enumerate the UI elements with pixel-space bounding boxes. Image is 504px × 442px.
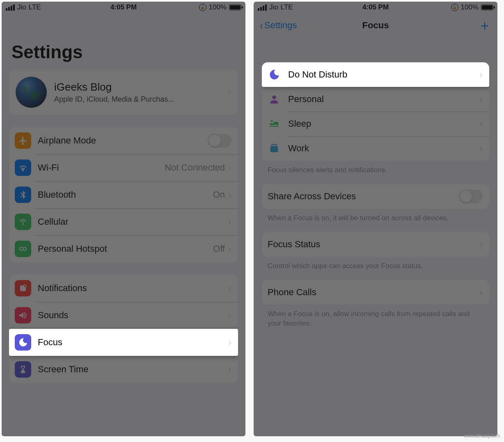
back-label: Settings [264, 20, 297, 31]
add-button[interactable]: ＋ [478, 16, 492, 35]
share-toggle[interactable] [459, 189, 483, 203]
profile-name: iGeeks Blog [54, 81, 228, 93]
phone-calls-row[interactable]: Phone Calls › [262, 280, 489, 305]
chevron-right-icon: › [229, 189, 231, 200]
sounds-label: Sounds [38, 310, 228, 321]
screentime-label: Screen Time [38, 364, 228, 375]
avatar [16, 77, 47, 108]
svg-rect-5 [272, 145, 277, 147]
status-bar: Jio LTE 4:05 PM 100% [254, 2, 497, 13]
hotspot-row[interactable]: Personal Hotspot Off › [9, 235, 238, 262]
hotspot-detail: Off [213, 244, 225, 254]
work-row[interactable]: Work › [262, 136, 489, 161]
modes-footer: Focus silences alerts and notifications. [254, 166, 497, 184]
share-label: Share Across Devices [268, 191, 459, 202]
screentime-row[interactable]: Screen Time › [9, 356, 238, 383]
share-across-devices-row[interactable]: Share Across Devices [262, 184, 489, 209]
chevron-right-icon: › [480, 143, 482, 154]
cellular-label: Cellular [38, 216, 228, 227]
hourglass-icon [15, 361, 31, 378]
bluetooth-icon [15, 187, 31, 203]
chevron-right-icon: › [480, 239, 482, 250]
bluetooth-detail: On [213, 189, 225, 200]
status-bar: Jio LTE 4:05 PM 100% [2, 2, 245, 13]
sounds-icon [15, 307, 31, 324]
chevron-right-icon: › [229, 310, 231, 321]
dnd-label: Do Not Disturb [288, 69, 479, 80]
wifi-icon [15, 159, 31, 176]
chevron-right-icon: › [480, 287, 482, 298]
chevron-right-icon: › [229, 87, 231, 98]
chevron-left-icon: ‹ [260, 18, 263, 32]
focus-status-label: Focus Status [268, 239, 479, 250]
chevron-right-icon: › [229, 283, 231, 294]
chevron-right-icon: › [229, 162, 231, 173]
chevron-right-icon: › [229, 216, 231, 228]
svg-point-3 [24, 285, 26, 287]
person-icon [268, 93, 281, 105]
moon-icon [15, 334, 31, 351]
svg-point-0 [20, 247, 23, 251]
notifications-icon [15, 280, 31, 296]
personal-row[interactable]: Personal › [262, 87, 489, 112]
back-button[interactable]: ‹ Settings [259, 18, 297, 32]
wifi-detail: Not Connected [165, 162, 225, 173]
chevron-right-icon: › [229, 337, 231, 348]
cellular-row[interactable]: Cellular › [9, 208, 238, 235]
work-label: Work [288, 143, 479, 154]
dnd-row[interactable]: Do Not Disturb › [262, 62, 489, 87]
airplane-mode-row[interactable]: Airplane Mode [9, 127, 238, 154]
status-time: 4:05 PM [2, 3, 245, 11]
sleep-label: Sleep [288, 118, 479, 129]
chevron-right-icon: › [229, 364, 231, 375]
orientation-lock-icon [451, 4, 458, 11]
phone-calls-label: Phone Calls [268, 287, 479, 298]
status-footer: Control which apps can access your Focus… [254, 262, 497, 280]
chevron-right-icon: › [480, 93, 482, 105]
focus-status-row[interactable]: Focus Status › [262, 232, 489, 257]
chevron-right-icon: › [480, 118, 482, 130]
profile-sub: Apple ID, iCloud, Media & Purchas... [54, 95, 228, 104]
hotspot-icon [15, 241, 31, 257]
personal-label: Personal [288, 94, 479, 105]
svg-rect-6 [270, 146, 278, 152]
share-footer: When a Focus is on, it will be turned on… [254, 214, 497, 232]
sounds-row[interactable]: Sounds › [9, 302, 238, 329]
sleep-row[interactable]: Sleep › [262, 112, 489, 136]
watermark: www.deuaq.com [464, 433, 500, 439]
focus-screen: Jio LTE 4:05 PM 100% ‹ Settings Focus ＋ … [254, 2, 497, 436]
orientation-lock-icon [199, 4, 206, 11]
notifications-row[interactable]: Notifications › [9, 275, 238, 302]
airplane-mode-toggle[interactable] [208, 134, 231, 148]
moon-icon [268, 69, 281, 80]
navbar: ‹ Settings Focus ＋ [254, 13, 497, 38]
settings-screen: Jio LTE 4:05 PM 100% Settings iGeeks Blo… [2, 2, 245, 436]
bluetooth-label: Bluetooth [38, 189, 213, 200]
wifi-row[interactable]: Wi-Fi Not Connected › [9, 154, 238, 181]
wifi-label: Wi-Fi [38, 162, 165, 173]
notifications-label: Notifications [38, 283, 228, 294]
battery-icon [481, 5, 493, 10]
airplane-mode-label: Airplane Mode [38, 135, 208, 146]
hotspot-label: Personal Hotspot [38, 244, 213, 254]
bluetooth-row[interactable]: Bluetooth On › [9, 181, 238, 208]
svg-point-4 [272, 96, 276, 99]
calls-footer: When a Focus is on, allow incoming calls… [254, 310, 497, 337]
chevron-right-icon: › [480, 69, 482, 80]
svg-point-1 [23, 247, 26, 251]
antenna-icon [15, 214, 31, 230]
briefcase-icon [268, 143, 281, 154]
bed-icon [268, 118, 281, 130]
page-title: Settings [2, 13, 245, 70]
battery-icon [229, 5, 241, 10]
focus-row[interactable]: Focus › [9, 329, 238, 356]
status-time: 4:05 PM [254, 3, 497, 11]
airplane-icon [15, 132, 31, 149]
apple-id-row[interactable]: iGeeks Blog Apple ID, iCloud, Media & Pu… [9, 70, 238, 115]
chevron-right-icon: › [229, 243, 231, 255]
focus-label: Focus [38, 337, 228, 348]
